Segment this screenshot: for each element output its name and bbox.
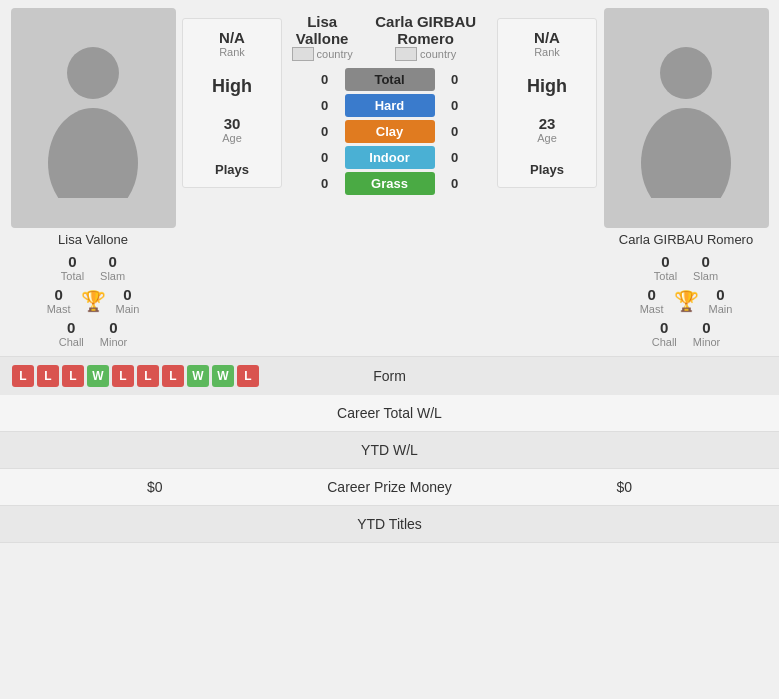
career-total-label: Career Total W/L [337, 405, 442, 421]
row-grass: 0 Grass 0 [311, 172, 469, 195]
row-total: 0 Total 0 [311, 68, 469, 91]
form-badge-w: W [87, 365, 109, 387]
p2-high: High [527, 76, 567, 97]
player1-slam-val: 0 [100, 253, 125, 270]
player1-mast-lbl: Mast [47, 303, 71, 315]
player2-total-val: 0 [654, 253, 677, 270]
player1-photo-box [11, 8, 176, 228]
player2-photo-caption: Carla GIRBAU Romero [619, 232, 753, 247]
player2-minor-block: 0 Minor [693, 319, 721, 348]
career-prize-right: $0 [490, 479, 760, 495]
player2-mast-block: 0 Mast [640, 286, 664, 315]
form-badge-l: L [137, 365, 159, 387]
player2-chall-block: 0 Chall [652, 319, 677, 348]
p2-plays2: Plays [530, 162, 564, 177]
svg-point-6 [660, 47, 712, 99]
player1-mast-val: 0 [47, 286, 71, 303]
ytd-wl-row: YTD W/L [0, 432, 779, 469]
form-badges-container: LLLWLLLWWL [12, 365, 340, 387]
player1-slam-lbl: Slam [100, 270, 125, 282]
player1-chall-lbl: Chall [59, 336, 84, 348]
player1-minor-val: 0 [100, 319, 128, 336]
form-badge-l: L [162, 365, 184, 387]
p2-rank2: N/A [534, 29, 560, 46]
form-badge-l: L [237, 365, 259, 387]
form-badge-l: L [62, 365, 84, 387]
svg-point-5 [48, 108, 138, 198]
p1-flag-center [292, 47, 314, 61]
form-badge-l: L [37, 365, 59, 387]
form-badge-l: L [12, 365, 34, 387]
ytd-titles-label: YTD Titles [357, 516, 422, 532]
p1-rank-lbl2: Rank [219, 46, 245, 58]
p1-age2: 30 [222, 115, 242, 132]
row-clay: 0 Clay 0 [311, 120, 469, 143]
player1-total-val: 0 [61, 253, 84, 270]
center-surfaces: Lisa Vallone country Carla GIRBAU Romero… [286, 8, 493, 195]
p1-rank2: N/A [219, 29, 245, 46]
p2-rank-lbl2: Rank [534, 46, 560, 58]
player2-stat-sidebar: N/A Rank High 23 Age Plays [497, 18, 597, 188]
form-label: Form [340, 368, 440, 384]
career-prize-row: $0 Career Prize Money $0 [0, 469, 779, 506]
p2-rank-block2: N/A Rank [534, 29, 560, 58]
player2-main-val: 0 [709, 286, 733, 303]
player1-photo-caption: Lisa Vallone [58, 232, 128, 247]
form-row: LLLWLLLWWL Form [0, 356, 779, 395]
form-badge-l: L [112, 365, 134, 387]
player1-main-val: 0 [116, 286, 140, 303]
career-prize-label: Career Prize Money [290, 479, 490, 495]
player2-mast-val: 0 [640, 286, 664, 303]
player1-total-lbl: Total [61, 270, 84, 282]
row-hard: 0 Hard 0 [311, 94, 469, 117]
p1-high: High [212, 76, 252, 97]
career-prize-left: $0 [20, 479, 290, 495]
p1-age-lbl2: Age [222, 132, 242, 144]
svg-point-7 [641, 108, 731, 198]
trophy2-icon: 🏆 [674, 289, 699, 313]
form-badge-w: W [187, 365, 209, 387]
player2-photo-box [604, 8, 769, 228]
p2-age-lbl2: Age [537, 132, 557, 144]
p2-flag-center [395, 47, 417, 61]
career-total-row: Career Total W/L [0, 395, 779, 432]
player1-chall-block: 0 Chall [59, 319, 84, 348]
player1-avatar-svg [43, 38, 143, 198]
form-badge-w: W [212, 365, 234, 387]
player2-total-lbl: Total [654, 270, 677, 282]
svg-point-4 [67, 47, 119, 99]
p2-name-center: Carla GIRBAU Romero country [358, 13, 493, 61]
row-indoor: 0 Indoor 0 [311, 146, 469, 169]
player1-minor-block: 0 Minor [100, 319, 128, 348]
player2-main-block: 0 Main [709, 286, 733, 315]
player2-mast-lbl: Mast [640, 303, 664, 315]
p1-rank-block2: N/A Rank [219, 29, 245, 58]
player2-minor-lbl: Minor [693, 336, 721, 348]
player2-avatar-svg [636, 38, 736, 198]
p1-plays2: Plays [215, 162, 249, 177]
trophy1-icon: 🏆 [81, 289, 106, 313]
player1-main-block: 0 Main [116, 286, 140, 315]
player2-slam-lbl: Slam [693, 270, 718, 282]
p1-age-block2: 30 Age [222, 115, 242, 144]
p2-age2: 23 [537, 115, 557, 132]
player1-minor-lbl: Minor [100, 336, 128, 348]
player1-slam-block: 0 Slam [100, 253, 125, 282]
player2-slam-val: 0 [693, 253, 718, 270]
player2-main-lbl: Main [709, 303, 733, 315]
player1-stat-sidebar: N/A Rank High 30 Age Plays [182, 18, 282, 188]
player1-total-block: 0 Total [61, 253, 84, 282]
player2-minor-val: 0 [693, 319, 721, 336]
player2-total-block: 0 Total [654, 253, 677, 282]
p2-age-block2: 23 Age [537, 115, 557, 144]
p1-name-center: Lisa Vallone country [286, 13, 358, 61]
player1-chall-val: 0 [59, 319, 84, 336]
player2-chall-val: 0 [652, 319, 677, 336]
ytd-titles-row: YTD Titles [0, 506, 779, 543]
ytd-wl-label: YTD W/L [361, 442, 418, 458]
player2-slam-block: 0 Slam [693, 253, 718, 282]
player2-chall-lbl: Chall [652, 336, 677, 348]
player1-mast-block: 0 Mast [47, 286, 71, 315]
player1-main-lbl: Main [116, 303, 140, 315]
